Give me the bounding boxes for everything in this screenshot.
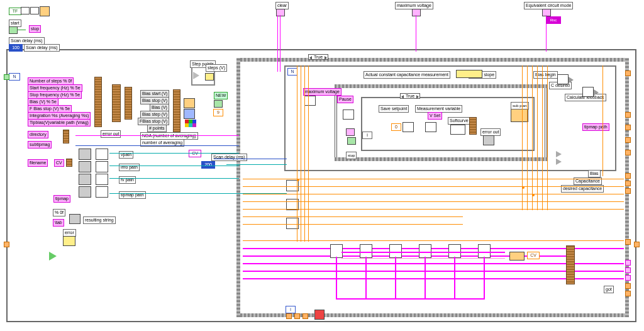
compare-icon (556, 159, 562, 165)
resulting-string: resulting string (83, 216, 116, 224)
subvi-icon (402, 122, 414, 132)
tunnel (625, 112, 631, 118)
subvi-icon (450, 125, 465, 135)
tunnel (625, 267, 631, 273)
case-selector-outer[interactable]: True (308, 54, 328, 60)
wire (109, 153, 239, 154)
stop-loop-icon[interactable] (314, 310, 325, 320)
bundle-node (66, 159, 72, 167)
chip-icon (184, 109, 195, 119)
wire (308, 65, 309, 242)
wire (336, 257, 337, 298)
equiv-circuit-terminal[interactable] (542, 9, 551, 16)
wire (547, 65, 548, 210)
wire (109, 193, 239, 194)
triangle-icon (594, 89, 599, 96)
n-points: # points (147, 125, 167, 132)
file-open-icon (96, 149, 108, 160)
scan-delay-inner: Scan delay (ms) (211, 154, 247, 161)
wire (454, 257, 455, 298)
const-0: 0 (391, 123, 401, 131)
wire (277, 15, 278, 72)
format-node-icon (69, 214, 80, 224)
param-tipvol: Tipbias(V)variable path (\mag) (28, 119, 91, 126)
wire (75, 135, 239, 136)
subtipmag-label: subtipmag (28, 141, 52, 149)
tunnel (625, 181, 631, 186)
file-open-icon (96, 174, 108, 185)
wire (484, 257, 485, 298)
max-voltage-terminal[interactable] (412, 9, 421, 16)
chip-icon (346, 128, 355, 136)
wire (214, 159, 287, 159)
tunnel (303, 313, 308, 319)
loop-i-bottom: i (286, 306, 296, 313)
triangle-amp-icon (582, 87, 594, 97)
stop-button[interactable] (347, 137, 356, 145)
array-const (456, 70, 482, 78)
loop-count-N: N (9, 73, 20, 81)
wire (297, 65, 297, 242)
tipmap-const: tipmap (53, 195, 70, 203)
wire (109, 178, 239, 179)
subvi-icon (511, 108, 528, 122)
bundle-node (173, 89, 180, 132)
bundle-node (125, 87, 132, 120)
chip-icon (214, 100, 223, 108)
mid-max-voltage: maximum voltage (303, 88, 341, 96)
tunnel-outer (4, 74, 9, 80)
scan-delay-terminal[interactable]: 100 (9, 44, 23, 52)
tunnel (625, 137, 631, 143)
tunnel (286, 313, 292, 319)
file-write-icon (448, 244, 461, 258)
wire (243, 186, 624, 187)
tunnel (625, 283, 631, 289)
ring-const: Rnc (546, 16, 561, 24)
start-terminal[interactable] (9, 26, 18, 34)
wire (243, 224, 463, 225)
softcurve: Softcurve (448, 117, 470, 125)
wire (243, 240, 624, 241)
subvi-label: sub plan (511, 102, 529, 109)
wire (304, 65, 305, 242)
tunnel (625, 173, 631, 179)
file-write-icon (360, 244, 372, 258)
run-icon (49, 252, 57, 261)
bundle-node (112, 84, 121, 122)
wire (243, 209, 624, 210)
bundle-node (94, 77, 102, 127)
wire (301, 65, 301, 242)
chip-icon (40, 6, 50, 16)
section-actual-cc: Actual constant capacitance measurement (364, 71, 450, 79)
label-new: NEW (214, 92, 228, 99)
wire (243, 201, 624, 202)
file-open-icon (96, 161, 108, 172)
array-append-icon (509, 252, 525, 261)
const-200: 200 (201, 161, 215, 169)
const-9: 9 (213, 109, 223, 116)
label-info-path: info path (119, 164, 140, 171)
error-cluster-icon (63, 236, 75, 246)
chip-icon (184, 98, 195, 108)
wire (243, 216, 463, 217)
subvi-icon (304, 96, 316, 106)
wire (542, 65, 543, 210)
tab-const: \tab (53, 219, 64, 227)
tunnel (625, 239, 631, 245)
tunnel (625, 291, 631, 296)
cv-const: CV (54, 159, 64, 167)
label-got: got (604, 286, 614, 293)
case-selector-inner[interactable]: True (400, 93, 420, 99)
filename-label: filename (28, 159, 48, 167)
wire (226, 193, 287, 194)
subvi-icon (343, 109, 354, 120)
bundle-node (63, 130, 69, 143)
unbundle-node (566, 245, 575, 284)
chip-icon (21, 7, 30, 14)
chip-icon (30, 7, 39, 14)
out-bias: Bias (588, 170, 601, 177)
label-stop-mid: stop (346, 152, 357, 159)
label-steps-v: steps (V) (206, 64, 227, 72)
wire (532, 65, 533, 210)
path-node-icon (79, 161, 91, 172)
